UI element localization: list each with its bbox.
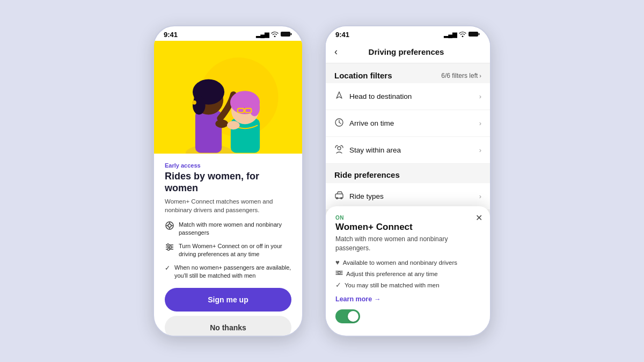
right-status-icons: ▂▄▆ bbox=[444, 31, 480, 38]
svg-point-9 bbox=[192, 100, 196, 105]
phones-container: 9:41 ▂▄▆ bbox=[153, 25, 491, 337]
location-filter-list: Head to destination › Arrive on time › bbox=[326, 83, 490, 164]
ride-types-icon bbox=[334, 191, 349, 202]
women-connect-toggle[interactable] bbox=[335, 309, 360, 323]
feature-text-3: When no women+ passengers are available,… bbox=[174, 264, 291, 280]
feature-list: Match with more women and nonbinary pass… bbox=[165, 221, 291, 279]
left-content-area: Early access Rides by women, for women W… bbox=[154, 154, 302, 337]
popup-feature-text-2: Adjust this preference at any time bbox=[346, 271, 438, 277]
feature-item-2: Turn Women+ Connect on or off in your dr… bbox=[165, 242, 291, 258]
early-access-label: Early access bbox=[165, 162, 291, 169]
adjust-icon bbox=[335, 269, 343, 278]
svg-point-39 bbox=[340, 197, 342, 199]
feature-item-1: Match with more women and nonbinary pass… bbox=[165, 221, 291, 237]
svg-rect-1 bbox=[291, 33, 292, 35]
pref-item-arrive-on-time[interactable]: Arrive on time › bbox=[326, 110, 490, 137]
feature-text-2: Turn Women+ Connect on or off in your dr… bbox=[179, 242, 291, 258]
right-phone: 9:41 ▂▄▆ bbox=[325, 25, 491, 337]
svg-rect-31 bbox=[469, 32, 478, 37]
toggle-knob bbox=[348, 311, 358, 322]
toggle-row bbox=[335, 309, 480, 323]
popup-feature-1: ♥ Available to women and nonbinary drive… bbox=[335, 258, 480, 266]
arrive-on-time-label: Arrive on time bbox=[349, 119, 479, 127]
feature-item-3: ✓ When no women+ passengers are availabl… bbox=[165, 264, 291, 280]
on-badge: ON bbox=[335, 215, 480, 221]
svg-point-40 bbox=[338, 272, 340, 274]
popup-features-list: ♥ Available to women and nonbinary drive… bbox=[335, 258, 480, 289]
signal-icon: ▂▄▆ bbox=[256, 31, 269, 38]
screen-title: Driving preferences bbox=[344, 47, 469, 56]
battery-icon bbox=[281, 31, 292, 38]
network-icon bbox=[165, 221, 174, 233]
feature-text-1: Match with more women and nonbinary pass… bbox=[179, 221, 291, 237]
check-icon-2: ✓ bbox=[335, 281, 341, 289]
battery-icon bbox=[469, 31, 480, 38]
popup-feature-3: ✓ You may still be matched with men bbox=[335, 281, 480, 289]
svg-point-17 bbox=[215, 119, 228, 128]
main-title: Rides by women, for women bbox=[165, 171, 291, 194]
wifi-icon bbox=[459, 31, 466, 38]
left-time: 9:41 bbox=[164, 31, 178, 39]
chevron-icon-2: › bbox=[479, 119, 481, 127]
left-status-icons: ▂▄▆ bbox=[256, 31, 292, 38]
popup-description: Match with more women and nonbinary pass… bbox=[335, 235, 480, 253]
svg-point-20 bbox=[168, 224, 171, 227]
sign-me-up-button[interactable]: Sign me up bbox=[165, 288, 291, 312]
back-button[interactable]: ‹ bbox=[334, 46, 338, 57]
popup-title: Women+ Connect bbox=[335, 222, 480, 233]
ride-preferences-title: Ride preferences bbox=[334, 170, 400, 179]
driving-pref-header: ‹ Driving preferences bbox=[326, 41, 490, 63]
ride-types-label: Ride types bbox=[349, 192, 479, 200]
svg-point-29 bbox=[170, 246, 172, 248]
right-screen: ‹ Driving preferences Location filters 6… bbox=[326, 41, 490, 334]
learn-more-text: Learn more bbox=[335, 295, 372, 303]
svg-point-30 bbox=[167, 248, 170, 250]
filter-badge: 6/6 filters left › bbox=[441, 72, 481, 79]
stay-within-area-label: Stay within area bbox=[349, 146, 479, 154]
women-connect-popup: ✕ ON Women+ Connect Match with more wome… bbox=[326, 206, 490, 334]
svg-point-28 bbox=[167, 244, 169, 246]
svg-point-38 bbox=[336, 197, 338, 199]
svg-rect-32 bbox=[479, 33, 480, 35]
popup-feature-text-3: You may still be matched with men bbox=[345, 282, 440, 288]
svg-point-18 bbox=[227, 121, 240, 129]
filter-arrow-icon: › bbox=[479, 73, 481, 79]
signal-icon: ▂▄▆ bbox=[444, 31, 457, 38]
head-to-destination-label: Head to destination bbox=[349, 92, 479, 100]
location-filters-title: Location filters bbox=[334, 71, 392, 80]
left-status-bar: 9:41 ▂▄▆ bbox=[154, 26, 302, 41]
svg-point-36 bbox=[338, 147, 341, 150]
svg-point-13 bbox=[249, 99, 260, 117]
popup-feature-2: Adjust this preference at any time bbox=[335, 269, 480, 278]
popup-close-button[interactable]: ✕ bbox=[475, 213, 482, 223]
area-icon bbox=[334, 144, 349, 156]
svg-rect-0 bbox=[281, 32, 290, 37]
destination-icon bbox=[334, 91, 349, 102]
left-phone: 9:41 ▂▄▆ bbox=[153, 25, 303, 337]
sliders-icon bbox=[165, 242, 174, 255]
wifi-icon bbox=[271, 31, 279, 38]
hero-area bbox=[154, 41, 302, 154]
ride-preferences-section: Ride preferences bbox=[326, 164, 490, 183]
clock-icon bbox=[334, 118, 349, 129]
location-filters-header: Location filters 6/6 filters left › bbox=[326, 63, 490, 83]
learn-more-link[interactable]: Learn more → bbox=[335, 295, 480, 303]
right-time: 9:41 bbox=[335, 31, 349, 39]
popup-feature-text-1: Available to women and nonbinary drivers bbox=[343, 259, 457, 266]
heart-icon: ♥ bbox=[335, 258, 340, 266]
pref-item-stay-within-area[interactable]: Stay within area › bbox=[326, 137, 490, 164]
pref-item-head-to-destination[interactable]: Head to destination › bbox=[326, 83, 490, 110]
chevron-icon-3: › bbox=[479, 146, 481, 154]
check-icon: ✓ bbox=[165, 264, 170, 272]
svg-line-35 bbox=[339, 122, 341, 124]
no-thanks-button[interactable]: No thanks bbox=[165, 316, 291, 337]
svg-point-8 bbox=[193, 96, 206, 114]
chevron-icon-4: › bbox=[479, 192, 481, 200]
chevron-icon-1: › bbox=[479, 92, 481, 100]
right-status-bar: 9:41 ▂▄▆ bbox=[326, 26, 490, 41]
arrow-right-icon: → bbox=[374, 295, 381, 303]
subtitle: Women+ Connect matches women and nonbina… bbox=[165, 197, 291, 214]
